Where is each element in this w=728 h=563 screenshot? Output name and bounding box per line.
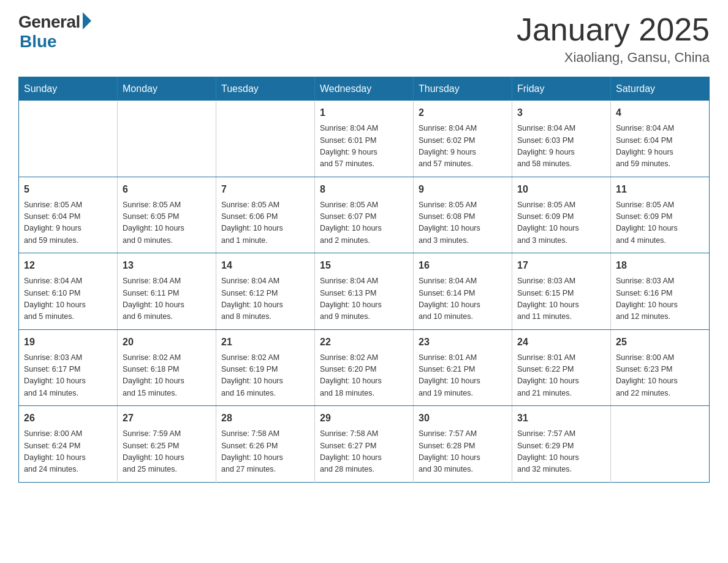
day-number: 3 <box>517 105 605 120</box>
calendar-table: Sunday Monday Tuesday Wednesday Thursday… <box>18 77 710 483</box>
day-info: Sunrise: 8:01 AMSunset: 6:21 PMDaylight:… <box>419 352 507 400</box>
day-cell: 8Sunrise: 8:05 AMSunset: 6:07 PMDaylight… <box>315 177 414 253</box>
day-info: Sunrise: 8:03 AMSunset: 6:15 PMDaylight:… <box>517 275 605 323</box>
day-info: Sunrise: 8:02 AMSunset: 6:18 PMDaylight:… <box>123 352 211 400</box>
day-number: 27 <box>123 411 211 426</box>
week-row-1: 1Sunrise: 8:04 AMSunset: 6:01 PMDaylight… <box>19 101 710 177</box>
day-number: 9 <box>419 182 507 197</box>
day-info: Sunrise: 8:04 AMSunset: 6:10 PMDaylight:… <box>24 275 112 323</box>
day-cell: 9Sunrise: 8:05 AMSunset: 6:08 PMDaylight… <box>414 177 512 253</box>
day-cell: 15Sunrise: 8:04 AMSunset: 6:13 PMDayligh… <box>315 253 414 330</box>
day-cell: 6Sunrise: 8:05 AMSunset: 6:05 PMDaylight… <box>118 177 216 253</box>
month-title: January 2025 <box>517 12 710 47</box>
day-cell: 16Sunrise: 8:04 AMSunset: 6:14 PMDayligh… <box>414 253 512 330</box>
day-number: 21 <box>221 335 309 350</box>
calendar-header: Sunday Monday Tuesday Wednesday Thursday… <box>19 77 710 101</box>
day-info: Sunrise: 8:04 AMSunset: 6:11 PMDaylight:… <box>123 275 211 323</box>
col-sunday: Sunday <box>19 77 118 101</box>
day-number: 1 <box>320 105 408 120</box>
day-info: Sunrise: 8:05 AMSunset: 6:04 PMDaylight:… <box>24 199 112 247</box>
day-number: 4 <box>616 105 704 120</box>
day-cell: 7Sunrise: 8:05 AMSunset: 6:06 PMDaylight… <box>216 177 315 253</box>
day-info: Sunrise: 8:05 AMSunset: 6:09 PMDaylight:… <box>616 199 704 247</box>
week-row-3: 12Sunrise: 8:04 AMSunset: 6:10 PMDayligh… <box>19 253 710 330</box>
day-cell: 19Sunrise: 8:03 AMSunset: 6:17 PMDayligh… <box>19 329 118 406</box>
day-cell <box>118 101 216 177</box>
day-info: Sunrise: 8:05 AMSunset: 6:07 PMDaylight:… <box>320 199 408 247</box>
page-header: General Blue January 2025 Xiaoliang, Gan… <box>18 12 710 66</box>
day-cell: 24Sunrise: 8:01 AMSunset: 6:22 PMDayligh… <box>512 329 611 406</box>
day-cell: 21Sunrise: 8:02 AMSunset: 6:19 PMDayligh… <box>216 329 315 406</box>
day-number: 31 <box>517 411 605 426</box>
day-cell: 3Sunrise: 8:04 AMSunset: 6:03 PMDaylight… <box>512 101 611 177</box>
day-number: 13 <box>123 258 211 273</box>
day-number: 16 <box>419 258 507 273</box>
day-number: 30 <box>419 411 507 426</box>
day-cell: 11Sunrise: 8:05 AMSunset: 6:09 PMDayligh… <box>611 177 710 253</box>
week-row-4: 19Sunrise: 8:03 AMSunset: 6:17 PMDayligh… <box>19 329 710 406</box>
day-cell <box>611 406 710 483</box>
day-info: Sunrise: 8:04 AMSunset: 6:02 PMDaylight:… <box>419 123 507 170</box>
day-cell: 29Sunrise: 7:58 AMSunset: 6:27 PMDayligh… <box>315 406 414 483</box>
day-info: Sunrise: 8:03 AMSunset: 6:17 PMDaylight:… <box>24 352 112 400</box>
day-number: 24 <box>517 335 605 350</box>
day-info: Sunrise: 7:57 AMSunset: 6:28 PMDaylight:… <box>419 428 507 476</box>
day-number: 25 <box>616 335 704 350</box>
day-info: Sunrise: 8:03 AMSunset: 6:16 PMDaylight:… <box>616 275 704 323</box>
day-info: Sunrise: 8:02 AMSunset: 6:20 PMDaylight:… <box>320 352 408 400</box>
day-info: Sunrise: 7:58 AMSunset: 6:27 PMDaylight:… <box>320 428 408 476</box>
logo: General Blue <box>18 12 91 52</box>
day-number: 14 <box>221 258 309 273</box>
day-info: Sunrise: 7:59 AMSunset: 6:25 PMDaylight:… <box>123 428 211 476</box>
day-cell <box>19 101 118 177</box>
day-cell: 20Sunrise: 8:02 AMSunset: 6:18 PMDayligh… <box>118 329 216 406</box>
col-monday: Monday <box>118 77 216 101</box>
day-cell: 31Sunrise: 7:57 AMSunset: 6:29 PMDayligh… <box>512 406 611 483</box>
day-info: Sunrise: 7:57 AMSunset: 6:29 PMDaylight:… <box>517 428 605 476</box>
day-cell: 27Sunrise: 7:59 AMSunset: 6:25 PMDayligh… <box>118 406 216 483</box>
day-cell: 4Sunrise: 8:04 AMSunset: 6:04 PMDaylight… <box>611 101 710 177</box>
week-row-5: 26Sunrise: 8:00 AMSunset: 6:24 PMDayligh… <box>19 406 710 483</box>
day-info: Sunrise: 8:05 AMSunset: 6:05 PMDaylight:… <box>123 199 211 247</box>
title-section: January 2025 Xiaoliang, Gansu, China <box>517 12 710 66</box>
col-thursday: Thursday <box>414 77 512 101</box>
day-number: 26 <box>24 411 112 426</box>
day-info: Sunrise: 8:05 AMSunset: 6:09 PMDaylight:… <box>517 199 605 247</box>
logo-general-text: General <box>18 12 80 32</box>
logo-blue-text: Blue <box>20 32 57 52</box>
day-info: Sunrise: 8:04 AMSunset: 6:14 PMDaylight:… <box>419 275 507 323</box>
day-info: Sunrise: 8:04 AMSunset: 6:01 PMDaylight:… <box>320 123 408 170</box>
day-number: 28 <box>221 411 309 426</box>
day-number: 17 <box>517 258 605 273</box>
week-row-2: 5Sunrise: 8:05 AMSunset: 6:04 PMDaylight… <box>19 177 710 253</box>
day-info: Sunrise: 8:01 AMSunset: 6:22 PMDaylight:… <box>517 352 605 400</box>
day-cell: 14Sunrise: 8:04 AMSunset: 6:12 PMDayligh… <box>216 253 315 330</box>
day-number: 23 <box>419 335 507 350</box>
day-number: 6 <box>123 182 211 197</box>
day-cell: 2Sunrise: 8:04 AMSunset: 6:02 PMDaylight… <box>414 101 512 177</box>
day-number: 20 <box>123 335 211 350</box>
calendar-body: 1Sunrise: 8:04 AMSunset: 6:01 PMDaylight… <box>19 101 710 482</box>
day-cell: 26Sunrise: 8:00 AMSunset: 6:24 PMDayligh… <box>19 406 118 483</box>
day-number: 18 <box>616 258 704 273</box>
day-number: 2 <box>419 105 507 120</box>
day-info: Sunrise: 8:04 AMSunset: 6:13 PMDaylight:… <box>320 275 408 323</box>
day-cell: 17Sunrise: 8:03 AMSunset: 6:15 PMDayligh… <box>512 253 611 330</box>
day-cell: 10Sunrise: 8:05 AMSunset: 6:09 PMDayligh… <box>512 177 611 253</box>
day-info: Sunrise: 8:05 AMSunset: 6:06 PMDaylight:… <box>221 199 309 247</box>
day-number: 8 <box>320 182 408 197</box>
day-number: 7 <box>221 182 309 197</box>
day-info: Sunrise: 8:04 AMSunset: 6:03 PMDaylight:… <box>517 123 605 170</box>
day-number: 11 <box>616 182 704 197</box>
day-info: Sunrise: 8:02 AMSunset: 6:19 PMDaylight:… <box>221 352 309 400</box>
day-cell: 25Sunrise: 8:00 AMSunset: 6:23 PMDayligh… <box>611 329 710 406</box>
day-info: Sunrise: 7:58 AMSunset: 6:26 PMDaylight:… <box>221 428 309 476</box>
col-friday: Friday <box>512 77 611 101</box>
day-number: 10 <box>517 182 605 197</box>
location-title: Xiaoliang, Gansu, China <box>517 50 710 66</box>
day-cell: 22Sunrise: 8:02 AMSunset: 6:20 PMDayligh… <box>315 329 414 406</box>
day-cell <box>216 101 315 177</box>
day-number: 22 <box>320 335 408 350</box>
day-cell: 1Sunrise: 8:04 AMSunset: 6:01 PMDaylight… <box>315 101 414 177</box>
day-info: Sunrise: 8:00 AMSunset: 6:23 PMDaylight:… <box>616 352 704 400</box>
